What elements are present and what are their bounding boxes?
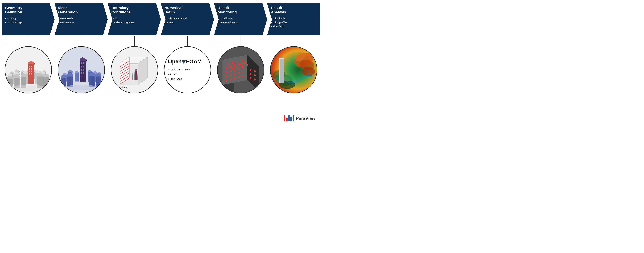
svg-point-148 (234, 65, 236, 67)
svg-point-161 (250, 73, 252, 75)
svg-rect-176 (279, 59, 280, 83)
arrow-monitoring-bullets: Local loads Integrated loads (218, 16, 265, 25)
arrow-analysis-title: ResultAnalysis (271, 6, 318, 15)
svg-point-159 (242, 75, 244, 77)
connector-mesh (81, 36, 82, 46)
arrow-mesh-title: MeshGeneration (58, 6, 105, 15)
svg-point-139 (246, 64, 248, 66)
svg-rect-37 (31, 73, 32, 75)
connector-analysis (294, 36, 294, 46)
paraview-container: ParaView (284, 115, 315, 121)
openfoam-items: >Turbulence model >Solver >Time step (168, 67, 192, 82)
bullet-integrated-loads: Integrated loads (218, 20, 265, 25)
connector-monitoring (240, 36, 241, 46)
svg-point-162 (250, 77, 252, 79)
visual-numerical: Open FOAM >Turbulence model >Solver >Tim… (162, 36, 213, 94)
arrow-mesh-bullets: Base mesh Refinements (58, 16, 105, 25)
svg-point-153 (238, 68, 240, 70)
arrow-analysis: ResultAnalysis Wind loads Wind profiles … (267, 3, 320, 35)
svg-rect-119 (135, 71, 137, 80)
openfoam-text-foam: FOAM (186, 59, 202, 65)
svg-rect-33 (31, 68, 32, 70)
paraview-bar-4 (290, 117, 292, 121)
svg-point-128 (226, 63, 228, 65)
geometry-svg (5, 47, 51, 93)
bullet-surroundings: Surroundings (5, 20, 52, 25)
connector-numerical (187, 36, 188, 46)
svg-rect-51 (44, 77, 49, 88)
circle-geometry (5, 46, 52, 94)
svg-point-154 (238, 72, 240, 74)
openfoam-item-turbulence: >Turbulence model (168, 67, 192, 72)
svg-point-163 (254, 70, 256, 72)
svg-rect-96 (96, 77, 101, 87)
paraview-bars-icon (284, 115, 294, 121)
svg-point-165 (254, 79, 256, 81)
svg-point-98 (60, 85, 103, 90)
svg-rect-70 (81, 63, 82, 64)
mesh-svg (58, 47, 104, 93)
svg-point-146 (230, 74, 232, 76)
circle-monitoring (217, 46, 264, 94)
svg-rect-117 (132, 75, 133, 80)
arrow-numerical: NumericalSetup Turbulence model Solver (161, 3, 214, 35)
svg-point-160 (250, 69, 252, 71)
svg-rect-75 (83, 69, 84, 71)
svg-rect-35 (31, 71, 32, 72)
arrow-numerical-title: NumericalSetup (164, 6, 212, 15)
svg-rect-71 (83, 63, 84, 64)
svg-rect-67 (80, 61, 86, 82)
bullet-wind-loads: Wind loads (271, 16, 318, 20)
openfoam-triangle-icon (182, 61, 186, 64)
arrow-mesh: MeshGeneration Base mesh Refinements (54, 3, 108, 35)
bullet-refinements: Refinements (58, 20, 105, 25)
svg-point-53 (7, 85, 50, 91)
bullet-wind-profiles: Wind profiles (271, 20, 318, 25)
svg-point-129 (232, 62, 234, 64)
paraview-bar-3 (288, 115, 290, 121)
bullet-surface-roughness: Surface roughness (112, 20, 158, 25)
arrow-analysis-bullets: Wind loads Wind profiles Flow field (271, 16, 318, 29)
boundary-svg: Wind (112, 47, 158, 93)
bullet-turbulence: Turbulence model (164, 16, 212, 20)
svg-text:Wind: Wind (121, 86, 127, 89)
svg-point-141 (226, 71, 228, 73)
svg-point-164 (254, 74, 256, 76)
visual-monitoring (216, 36, 266, 94)
visual-boundary: Wind (109, 36, 160, 94)
openfoam-logo: Open FOAM (168, 59, 202, 65)
arrow-monitoring-title: ResultMonitoring (218, 6, 265, 15)
connector-boundary (134, 36, 135, 46)
svg-rect-31 (31, 66, 32, 67)
openfoam-item-timestep: >Time step (168, 77, 192, 82)
paraview-label: ParaView (296, 116, 315, 121)
openfoam-text-open: Open (168, 59, 182, 65)
bullet-flow-field: Flow field (271, 25, 318, 29)
svg-rect-72 (81, 66, 82, 68)
arrow-monitoring: ResultMonitoring Local loads Integrated … (214, 3, 267, 35)
bullet-building: Building (5, 16, 52, 20)
bullet-base-mesh: Base mesh (58, 16, 105, 20)
visual-mesh (56, 36, 106, 94)
svg-rect-177 (279, 59, 284, 59)
svg-point-155 (238, 76, 240, 78)
arrow-geometry-bullets: Building Surroundings (5, 16, 52, 25)
arrow-geometry: GeometryDefinition Building Surroundings (2, 3, 54, 35)
svg-point-152 (238, 64, 240, 66)
svg-point-137 (236, 66, 238, 68)
svg-point-144 (230, 66, 232, 68)
svg-point-143 (226, 80, 228, 82)
svg-rect-43 (7, 79, 12, 88)
svg-rect-87 (61, 78, 66, 87)
circle-mesh (58, 46, 105, 94)
svg-point-130 (236, 61, 238, 63)
svg-rect-73 (83, 66, 84, 68)
svg-rect-74 (81, 69, 82, 71)
svg-point-131 (241, 60, 244, 62)
analysis-svg (271, 47, 317, 93)
svg-point-151 (234, 77, 236, 79)
visual-analysis (268, 36, 319, 94)
svg-rect-64 (75, 73, 78, 82)
bullet-solver: Solver (164, 20, 212, 25)
svg-point-140 (226, 67, 228, 69)
